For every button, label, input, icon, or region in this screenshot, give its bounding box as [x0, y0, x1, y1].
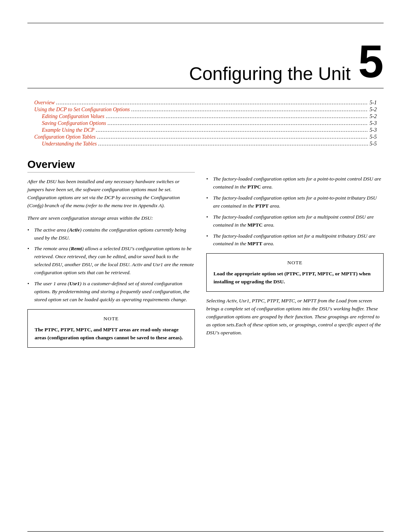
toc-dots: ........................................…	[96, 127, 368, 133]
top-rule	[27, 23, 384, 23]
intro-para1: After the DSU has been installed and any…	[27, 178, 195, 210]
list-item: The factory-loaded configuration option …	[206, 194, 384, 210]
toc-item[interactable]: Using the DCP to Set Configuration Optio…	[34, 107, 377, 113]
list-item: The factory-loaded configuration option …	[206, 175, 384, 191]
note-body-1: The PTPC, PTPT, MPTC, and MPTT areas are…	[35, 326, 188, 342]
overview-heading: Overview	[27, 158, 195, 173]
activ-term: Activ	[69, 227, 80, 233]
chapter-header: Configuring the Unit 5	[27, 38, 384, 88]
toc-section: Overview ...............................…	[34, 100, 377, 147]
toc-dots: ........................................…	[56, 100, 368, 106]
note-body-2: Load the appropriate option set (PTPC, P…	[213, 270, 376, 286]
note-title-2: NOTE	[213, 259, 376, 267]
toc-page: 5-5	[370, 134, 377, 140]
usr1-term: Usr1	[70, 281, 80, 286]
toc-item[interactable]: Overview ...............................…	[34, 100, 377, 106]
bullet-list-left: The active area (Activ) contains the con…	[27, 226, 195, 304]
note-box-2: NOTE Load the appropriate option set (PT…	[206, 253, 384, 292]
note-box-1: NOTE The PTPC, PTPT, MPTC, and MPTT area…	[27, 309, 195, 348]
ptpc-term: PTPC	[247, 184, 261, 190]
toc-page: 5-5	[370, 141, 377, 147]
closing-para: Selecting Activ, Usr1, PTPC, PTPT, MPTC,…	[206, 297, 384, 337]
note-title-1: NOTE	[35, 315, 188, 323]
list-item: The factory-loaded configuration option …	[206, 213, 384, 229]
toc-label: Overview	[34, 100, 55, 106]
toc-page: 5-1	[370, 100, 377, 106]
toc-item[interactable]: Editing Configuration Values ...........…	[34, 113, 377, 120]
toc-page: 5-3	[370, 127, 377, 133]
toc-dots: ........................................…	[97, 134, 368, 140]
right-column: The factory-loaded configuration option …	[206, 158, 384, 353]
toc-dots: ........................................…	[106, 113, 368, 120]
toc-dots: ........................................…	[131, 107, 368, 113]
bullet-list-right: The factory-loaded configuration option …	[206, 175, 384, 248]
toc-label: Saving Configuration Options	[42, 120, 106, 126]
toc-dots: ........................................…	[98, 141, 368, 147]
page: Configuring the Unit 5 Overview ........…	[0, 23, 411, 532]
mptc-term: MPTC	[247, 222, 263, 228]
toc-item[interactable]: Example Using the DCP ..................…	[34, 127, 377, 133]
toc-page: 5-2	[370, 107, 377, 113]
list-item: The active area (Activ) contains the con…	[27, 226, 195, 242]
toc-label: Configuration Option Tables	[34, 134, 96, 140]
toc-label: Understanding the Tables	[42, 141, 97, 147]
list-item: The user 1 area (Usr1) is a customer-def…	[27, 280, 195, 304]
main-content: Overview After the DSU has been installe…	[27, 158, 384, 353]
mptt-term: MPTT	[247, 241, 262, 246]
toc-label: Using the DCP to Set Configuration Optio…	[34, 107, 130, 113]
toc-item[interactable]: Saving Configuration Options ...........…	[34, 120, 377, 126]
toc-label: Example Using the DCP	[42, 127, 94, 133]
intro-para2: There are seven configuration storage ar…	[27, 214, 195, 222]
toc-page: 5-3	[370, 120, 377, 126]
chapter-number: 5	[358, 38, 384, 84]
toc-item[interactable]: Configuration Option Tables ............…	[34, 134, 377, 140]
left-column: Overview After the DSU has been installe…	[27, 158, 195, 353]
list-item: The remote area (Remt) allows a selected…	[27, 245, 195, 277]
toc-page: 5-2	[370, 113, 377, 120]
ptpt-term: PTPT	[255, 203, 269, 209]
list-item: The factory-loaded configuration option …	[206, 232, 384, 248]
toc-dots: ........................................…	[108, 120, 368, 126]
remt-term: Remt	[71, 246, 82, 251]
toc-item[interactable]: Understanding the Tables ...............…	[34, 141, 377, 147]
toc-label: Editing Configuration Values	[42, 113, 104, 120]
chapter-title: Configuring the Unit	[189, 63, 350, 84]
